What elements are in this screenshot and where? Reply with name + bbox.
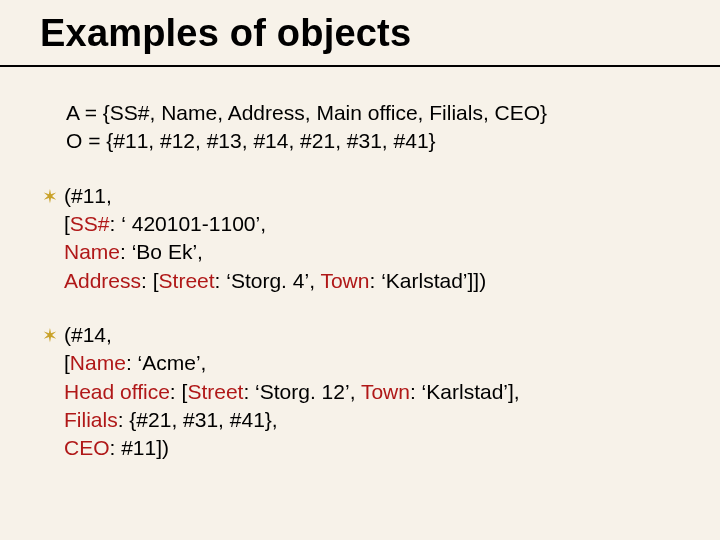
- star-bullet-icon: ✶: [42, 182, 64, 210]
- obj2-attr-name: Name: [70, 351, 126, 374]
- obj2-l4-val: : {#21, #31, #41},: [118, 408, 278, 431]
- obj1-attr-name: Name: [64, 240, 120, 263]
- object-item-2-body: (#14, [Name: ‘Acme’, Head office: [Stree…: [64, 321, 520, 463]
- star-bullet-icon: ✶: [42, 321, 64, 349]
- slide: Examples of objects A = {SS#, Name, Addr…: [0, 0, 720, 540]
- obj2-line5: CEO: #11]): [64, 434, 520, 462]
- obj2-line4: Filials: {#21, #31, #41},: [64, 406, 520, 434]
- obj2-line3: Head office: [Street: ‘Storg. 12’, Town:…: [64, 378, 520, 406]
- obj1-l3-val: : ‘Bo Ek’,: [120, 240, 203, 263]
- obj1-line1: (#11,: [64, 182, 486, 210]
- obj1-attr-address: Address: [64, 269, 141, 292]
- object-item-2: ✶ (#14, [Name: ‘Acme’, Head office: [Str…: [42, 321, 680, 463]
- definitions-block: A = {SS#, Name, Address, Main office, Fi…: [66, 99, 680, 156]
- obj2-line1: (#14,: [64, 321, 520, 349]
- obj1-line2: [SS#: ‘ 420101-1100’,: [64, 210, 486, 238]
- def-line-a: A = {SS#, Name, Address, Main office, Fi…: [66, 99, 680, 127]
- slide-title: Examples of objects: [40, 12, 680, 55]
- def-line-o: O = {#11, #12, #13, #14, #21, #31, #41}: [66, 127, 680, 155]
- obj2-attr-town: Town: [361, 380, 410, 403]
- obj2-l3-c: : ‘Storg. 12’,: [243, 380, 361, 403]
- obj1-l4-d: : ‘Karlstad’]]): [369, 269, 486, 292]
- obj2-l2-val: : ‘Acme’,: [126, 351, 207, 374]
- obj2-attr-headoffice: Head office: [64, 380, 170, 403]
- obj1-line3: Name: ‘Bo Ek’,: [64, 238, 486, 266]
- obj1-l2-val: : ‘ 420101-1100’,: [110, 212, 266, 235]
- obj2-attr-filials: Filials: [64, 408, 118, 431]
- obj2-line2: [Name: ‘Acme’,: [64, 349, 520, 377]
- obj2-attr-street: Street: [187, 380, 243, 403]
- obj2-attr-ceo: CEO: [64, 436, 110, 459]
- obj1-attr-street: Street: [159, 269, 215, 292]
- obj2-l3-d: : ‘Karlstad’],: [410, 380, 520, 403]
- obj1-attr-ss: SS#: [70, 212, 110, 235]
- object-item-1: ✶ (#11, [SS#: ‘ 420101-1100’, Name: ‘Bo …: [42, 182, 680, 295]
- obj1-line4: Address: [Street: ‘Storg. 4’, Town: ‘Kar…: [64, 267, 486, 295]
- horizontal-rule: [0, 65, 720, 67]
- object-item-1-body: (#11, [SS#: ‘ 420101-1100’, Name: ‘Bo Ek…: [64, 182, 486, 295]
- obj1-l4-c: : ‘Storg. 4’,: [215, 269, 321, 292]
- obj2-l5-val: : #11]): [110, 436, 170, 459]
- obj2-l3-b: : [: [170, 380, 188, 403]
- obj1-l4-b: : [: [141, 269, 159, 292]
- obj1-attr-town: Town: [320, 269, 369, 292]
